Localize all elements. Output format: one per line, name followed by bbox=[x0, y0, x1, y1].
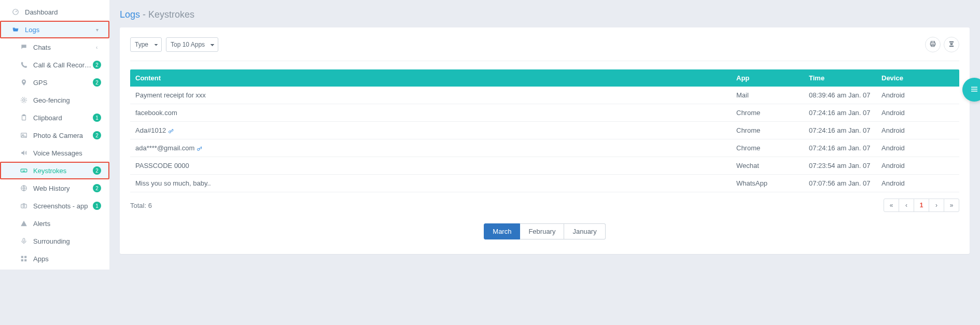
cell-content-text: Payment receipt for xxx bbox=[135, 91, 206, 99]
svg-point-20 bbox=[198, 148, 200, 150]
sidebar-item-apps[interactable]: Apps bbox=[0, 250, 109, 267]
month-tab[interactable]: March bbox=[484, 223, 520, 239]
cell-device: Android bbox=[876, 87, 959, 104]
sidebar-item-geo-fencing[interactable]: Geo-fencing bbox=[0, 91, 109, 109]
month-tab[interactable]: January bbox=[564, 223, 605, 239]
table-footer: Total: 6 « ‹ 1 › » bbox=[130, 199, 959, 212]
volume-icon bbox=[20, 149, 28, 157]
location-icon bbox=[20, 78, 28, 87]
cell-device: Android bbox=[876, 175, 959, 192]
sidebar-item-label: Call & Call Recording bbox=[33, 61, 93, 69]
svg-rect-13 bbox=[24, 256, 26, 258]
folder-open-icon bbox=[11, 25, 20, 34]
sidebar-item-dashboard[interactable]: Dashboard bbox=[0, 3, 109, 21]
sidebar-item-label: Logs bbox=[25, 26, 96, 34]
count-badge: 2 bbox=[93, 78, 101, 87]
svg-rect-15 bbox=[24, 259, 26, 261]
sidebar-item-web-history[interactable]: Web History 2 bbox=[0, 179, 109, 197]
page-next-button[interactable]: › bbox=[929, 199, 944, 212]
count-badge: 2 bbox=[93, 166, 101, 175]
svg-rect-9 bbox=[21, 204, 27, 208]
cell-time: 07:07:56 am Jan. 07 bbox=[804, 175, 876, 192]
cell-content-text: PASSCODE 0000 bbox=[135, 162, 189, 169]
dashboard-icon bbox=[11, 8, 20, 16]
table-row: PASSCODE 0000Wechat07:23:54 am Jan. 07An… bbox=[130, 157, 959, 175]
chevron-down-icon: ▾ bbox=[96, 27, 101, 33]
cell-app: Chrome bbox=[731, 139, 804, 157]
svg-point-1 bbox=[23, 99, 25, 102]
month-tab[interactable]: February bbox=[520, 223, 564, 239]
export-icon bbox=[948, 40, 955, 49]
count-badge: 1 bbox=[93, 114, 101, 122]
pagination: « ‹ 1 › » bbox=[884, 199, 959, 212]
svg-rect-7 bbox=[21, 169, 27, 172]
page-title-main: Logs bbox=[120, 9, 140, 20]
sidebar-item-surrounding[interactable]: Surrounding bbox=[0, 232, 109, 250]
svg-point-10 bbox=[23, 205, 25, 207]
page-first-button[interactable]: « bbox=[884, 199, 899, 212]
count-badge: 2 bbox=[93, 61, 101, 69]
count-badge: 2 bbox=[93, 131, 101, 139]
sidebar-item-label: Chats bbox=[33, 44, 96, 51]
print-button[interactable] bbox=[925, 37, 941, 52]
alert-icon bbox=[20, 219, 28, 228]
table-row: facebook.comChrome07:24:16 am Jan. 07And… bbox=[130, 104, 959, 122]
cell-content: facebook.com bbox=[130, 104, 731, 122]
cell-device: Android bbox=[876, 157, 959, 175]
cell-app: Mail bbox=[731, 87, 804, 104]
count-badge: 2 bbox=[93, 184, 101, 192]
sidebar-item-gps[interactable]: GPS 2 bbox=[0, 74, 109, 91]
chevron-left-icon: ‹ bbox=[96, 45, 101, 50]
sidebar-item-chats[interactable]: Chats ‹ bbox=[0, 38, 109, 56]
sidebar-item-label: GPS bbox=[33, 79, 93, 87]
print-icon bbox=[929, 40, 936, 49]
sidebar-item-screenshots-app[interactable]: Screenshots - app 1 bbox=[0, 197, 109, 215]
chat-icon bbox=[20, 43, 28, 51]
svg-rect-11 bbox=[23, 238, 25, 242]
cell-time: 07:23:54 am Jan. 07 bbox=[804, 157, 876, 175]
cell-content: Ada#1012 bbox=[130, 122, 731, 139]
sidebar-item-photo-camera[interactable]: Photo & Camera 2 bbox=[0, 126, 109, 144]
sidebar-item-label: Screenshots - app bbox=[33, 202, 93, 210]
key-icon bbox=[168, 128, 174, 134]
globe-icon bbox=[20, 184, 28, 192]
col-time-header: Time bbox=[804, 69, 876, 87]
cell-app: WhatsApp bbox=[731, 175, 804, 192]
sidebar-item-alerts[interactable]: Alerts bbox=[0, 215, 109, 232]
cell-content: ada****@gmail.com bbox=[130, 139, 731, 157]
page-title-sep: - bbox=[140, 9, 148, 20]
apps-select[interactable]: Top 10 Apps bbox=[166, 37, 218, 52]
menu-icon bbox=[970, 84, 979, 95]
count-badge: 1 bbox=[93, 202, 101, 210]
panel: Type Top 10 Apps bbox=[120, 27, 970, 254]
phone-icon bbox=[20, 61, 28, 69]
sidebar-item-label: Web History bbox=[33, 185, 93, 192]
sidebar-item-clipboard[interactable]: Clipboard 1 bbox=[0, 109, 109, 126]
svg-rect-12 bbox=[21, 256, 23, 258]
page-number-button[interactable]: 1 bbox=[914, 199, 929, 212]
clipboard-icon bbox=[20, 114, 28, 122]
apps-grid-icon bbox=[20, 255, 28, 263]
type-select[interactable]: Type bbox=[130, 37, 162, 52]
export-button[interactable] bbox=[944, 37, 959, 52]
sidebar-item-logs[interactable]: Logs ▾ bbox=[0, 21, 109, 38]
sidebar-item-keystrokes[interactable]: Keystrokes 2 bbox=[0, 162, 109, 179]
sidebar-item-label: Clipboard bbox=[33, 114, 93, 122]
toolbar: Type Top 10 Apps bbox=[130, 37, 959, 61]
sidebar-item-call-recording[interactable]: Call & Call Recording 2 bbox=[0, 56, 109, 74]
camera-icon bbox=[20, 202, 28, 210]
cell-app: Wechat bbox=[731, 157, 804, 175]
sidebar-item-voice-messages[interactable]: Voice Messages bbox=[0, 144, 109, 162]
sidebar-item-label: Surrounding bbox=[33, 237, 101, 245]
cell-content-text: Ada#1012 bbox=[135, 126, 166, 134]
microphone-icon bbox=[20, 237, 28, 245]
main-content: Logs - Keystrokes Type Top 10 Apps bbox=[109, 0, 980, 270]
page-last-button[interactable]: » bbox=[944, 199, 959, 212]
table-row: ada****@gmail.comChrome07:24:16 am Jan. … bbox=[130, 139, 959, 157]
page-prev-button[interactable]: ‹ bbox=[899, 199, 914, 212]
col-content-header: Content bbox=[130, 69, 731, 87]
sidebar-item-label: Geo-fencing bbox=[33, 96, 101, 104]
image-icon bbox=[20, 131, 28, 139]
svg-point-2 bbox=[21, 97, 27, 103]
table-row: Miss you so much, baby..WhatsApp07:07:56… bbox=[130, 175, 959, 192]
